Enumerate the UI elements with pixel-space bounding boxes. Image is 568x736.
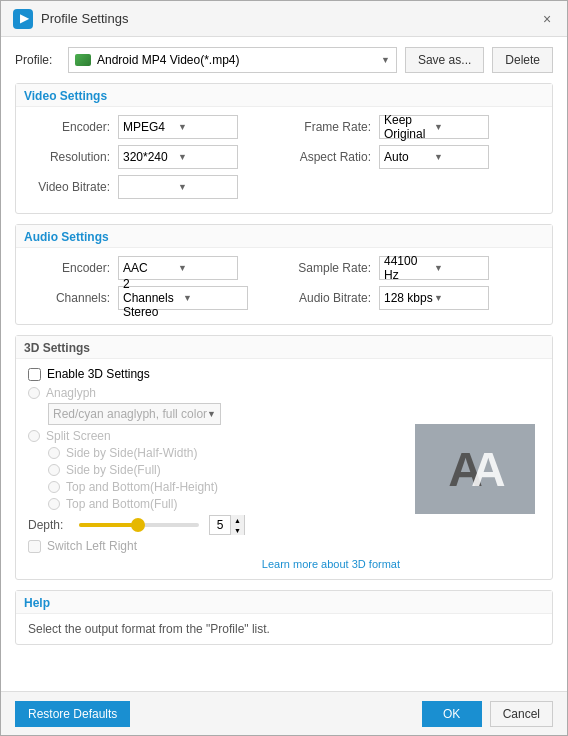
3d-preview: A A [410, 367, 540, 571]
split-screen-row: Split Screen [28, 429, 400, 443]
audio-bitrate-select[interactable]: 128 kbps ▼ [379, 286, 489, 310]
frame-rate-row: Frame Rate: Keep Original ▼ [289, 115, 540, 139]
help-text: Select the output format from the "Profi… [28, 622, 270, 636]
resolution-label: Resolution: [28, 150, 118, 164]
help-section: Help Select the output format from the "… [15, 590, 553, 645]
audio-settings-body: Encoder: AAC ▼ Sample Rate: 44100 Hz ▼ [16, 248, 552, 324]
depth-value: 5 [210, 518, 230, 532]
help-body: Select the output format from the "Profi… [16, 614, 552, 644]
depth-slider-track[interactable] [79, 523, 199, 527]
footer-right: OK Cancel [422, 701, 553, 727]
resolution-select[interactable]: 320*240 ▼ [118, 145, 238, 169]
split-screen-label: Split Screen [46, 429, 111, 443]
cancel-button[interactable]: Cancel [490, 701, 553, 727]
3d-settings-section: 3D Settings Enable 3D Settings Anaglyph [15, 335, 553, 580]
aa-main-text: A [471, 442, 502, 497]
channels-value: 2 Channels Stereo [123, 277, 183, 319]
depth-spinner[interactable]: 5 ▲ ▼ [209, 515, 245, 535]
delete-button[interactable]: Delete [492, 47, 553, 73]
3d-settings-title: 3D Settings [16, 336, 552, 359]
aa-preview-box: A A [415, 424, 535, 514]
depth-spinner-buttons: ▲ ▼ [230, 515, 244, 535]
top-half-radio[interactable] [48, 481, 60, 493]
audio-bitrate-label: Audio Bitrate: [289, 291, 379, 305]
video-row-2: Resolution: 320*240 ▼ Aspect Ratio: Auto… [28, 145, 540, 175]
profile-chevron-icon: ▼ [381, 55, 390, 65]
frame-rate-chevron-icon: ▼ [434, 122, 484, 132]
profile-select[interactable]: Android MP4 Video(*.mp4) ▼ [68, 47, 397, 73]
3d-settings-left: Enable 3D Settings Anaglyph Red/cyan ana… [28, 367, 400, 571]
audio-encoder-value: AAC [123, 261, 178, 275]
top-full-row: Top and Bottom(Full) [48, 497, 400, 511]
top-full-label: Top and Bottom(Full) [66, 497, 177, 511]
depth-label: Depth: [28, 518, 73, 532]
window-title: Profile Settings [41, 11, 128, 26]
encoder-label: Encoder: [28, 120, 118, 134]
depth-increment-button[interactable]: ▲ [230, 515, 244, 525]
anaglyph-label: Anaglyph [46, 386, 96, 400]
sample-rate-select[interactable]: 44100 Hz ▼ [379, 256, 489, 280]
enable-3d-checkbox[interactable] [28, 368, 41, 381]
profile-icon [75, 54, 91, 66]
ok-button[interactable]: OK [422, 701, 482, 727]
sample-rate-value: 44100 Hz [384, 254, 434, 282]
profile-select-inner: Android MP4 Video(*.mp4) [75, 53, 381, 67]
audio-bitrate-value: 128 kbps [384, 291, 434, 305]
enable-3d-row: Enable 3D Settings [28, 367, 400, 381]
side-half-row: Side by Side(Half-Width) [48, 446, 400, 460]
anaglyph-select[interactable]: Red/cyan anaglyph, full color ▼ [48, 403, 221, 425]
frame-rate-value: Keep Original [384, 113, 434, 141]
audio-settings-title: Audio Settings [16, 225, 552, 248]
sample-rate-label: Sample Rate: [289, 261, 379, 275]
footer: Restore Defaults OK Cancel [1, 691, 567, 735]
video-settings-section: Video Settings Encoder: MPEG4 ▼ Frame Ra… [15, 83, 553, 214]
switch-lr-checkbox[interactable] [28, 540, 41, 553]
close-button[interactable]: × [539, 11, 555, 27]
audio-encoder-chevron-icon: ▼ [178, 263, 233, 273]
audio-bitrate-chevron-icon: ▼ [434, 293, 484, 303]
audio-row-2: Channels: 2 Channels Stereo ▼ Audio Bitr… [28, 286, 540, 316]
split-screen-options: Side by Side(Half-Width) Side by Side(Fu… [28, 446, 400, 511]
encoder-row: Encoder: MPEG4 ▼ [28, 115, 279, 139]
anaglyph-select-row: Red/cyan anaglyph, full color ▼ [28, 403, 400, 425]
resolution-value: 320*240 [123, 150, 178, 164]
title-bar-left: ▶ Profile Settings [13, 9, 128, 29]
aspect-ratio-select[interactable]: Auto ▼ [379, 145, 489, 169]
side-half-radio[interactable] [48, 447, 60, 459]
anaglyph-radio[interactable] [28, 387, 40, 399]
video-bitrate-select[interactable]: ▼ [118, 175, 238, 199]
side-full-row: Side by Side(Full) [48, 463, 400, 477]
frame-rate-label: Frame Rate: [289, 120, 379, 134]
profile-label: Profile: [15, 53, 60, 67]
depth-slider-thumb[interactable] [131, 518, 145, 532]
audio-settings-section: Audio Settings Encoder: AAC ▼ Sample Rat… [15, 224, 553, 325]
side-full-radio[interactable] [48, 464, 60, 476]
encoder-value: MPEG4 [123, 120, 178, 134]
encoder-chevron-icon: ▼ [178, 122, 233, 132]
learn-more-link[interactable]: Learn more about 3D format [262, 558, 400, 570]
channels-select[interactable]: 2 Channels Stereo ▼ [118, 286, 248, 310]
sample-rate-chevron-icon: ▼ [434, 263, 484, 273]
app-icon: ▶ [13, 9, 33, 29]
resolution-row: Resolution: 320*240 ▼ [28, 145, 279, 169]
frame-rate-select[interactable]: Keep Original ▼ [379, 115, 489, 139]
encoder-select[interactable]: MPEG4 ▼ [118, 115, 238, 139]
video-settings-body: Encoder: MPEG4 ▼ Frame Rate: Keep Origin… [16, 107, 552, 213]
switch-lr-label: Switch Left Right [47, 539, 137, 553]
main-content: Profile: Android MP4 Video(*.mp4) ▼ Save… [1, 37, 567, 691]
enable-3d-label[interactable]: Enable 3D Settings [47, 367, 150, 381]
channels-row: Channels: 2 Channels Stereo ▼ [28, 286, 279, 310]
top-half-label: Top and Bottom(Half-Height) [66, 480, 218, 494]
sample-rate-row: Sample Rate: 44100 Hz ▼ [289, 256, 540, 280]
help-title: Help [16, 591, 552, 614]
split-screen-radio[interactable] [28, 430, 40, 442]
profile-settings-window: ▶ Profile Settings × Profile: Android MP… [0, 0, 568, 736]
anaglyph-row: Anaglyph [28, 386, 400, 400]
restore-defaults-button[interactable]: Restore Defaults [15, 701, 130, 727]
anaglyph-chevron-icon: ▼ [207, 409, 216, 419]
side-half-label: Side by Side(Half-Width) [66, 446, 197, 460]
depth-decrement-button[interactable]: ▼ [230, 525, 244, 535]
top-full-radio[interactable] [48, 498, 60, 510]
aspect-ratio-label: Aspect Ratio: [289, 150, 379, 164]
save-as-button[interactable]: Save as... [405, 47, 484, 73]
